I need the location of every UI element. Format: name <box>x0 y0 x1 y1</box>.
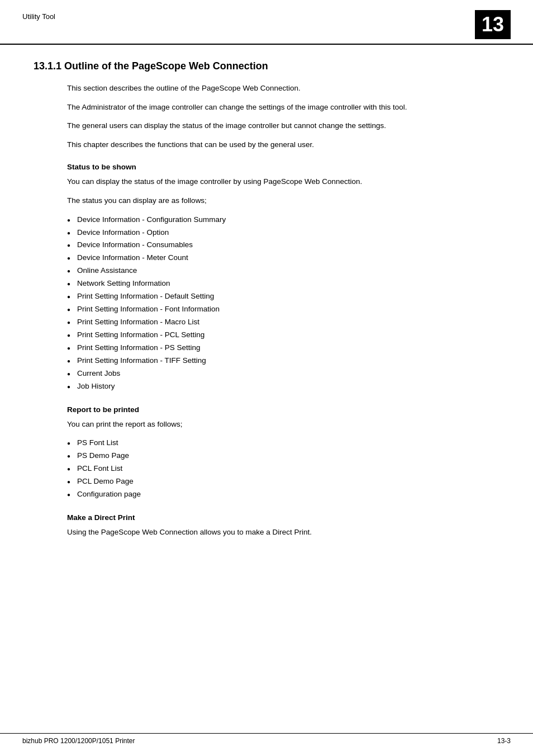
page-footer: bizhub PRO 1200/1200P/1051 Printer 13-3 <box>0 733 533 745</box>
list-item: Device Information - Consumables <box>67 239 488 252</box>
status-intro: You can display the status of the image … <box>67 176 488 188</box>
main-content: 13.1.1 Outline of the PageScope Web Conn… <box>0 45 533 568</box>
list-item: Job History <box>67 380 488 393</box>
direct-print-heading: Make a Direct Print <box>67 513 488 522</box>
list-item: Print Setting Information - TIFF Setting <box>67 355 488 367</box>
list-item: PCL Demo Page <box>67 475 488 488</box>
report-list: PS Font ListPS Demo PagePCL Font ListPCL… <box>67 437 488 501</box>
list-item: Device Information - Meter Count <box>67 252 488 264</box>
section-title: 13.1.1 Outline of the PageScope Web Conn… <box>34 60 488 72</box>
list-item: Print Setting Information - Macro List <box>67 316 488 329</box>
list-item: Print Setting Information - PS Setting <box>67 342 488 355</box>
paragraph-1: This section describes the outline of th… <box>67 82 488 94</box>
footer-product: bizhub PRO 1200/1200P/1051 Printer <box>22 737 135 745</box>
status-list: Device Information - Configuration Summa… <box>67 214 488 393</box>
list-item: Online Assistance <box>67 264 488 277</box>
page-header: Utility Tool 13 <box>0 0 533 45</box>
direct-print-text: Using the PageScope Web Connection allow… <box>67 526 488 538</box>
list-item: Print Setting Information - Default Sett… <box>67 290 488 303</box>
paragraph-3: The general users can display the status… <box>67 120 488 132</box>
list-item: Device Information - Option <box>67 226 488 239</box>
list-item: Device Information - Configuration Summa… <box>67 214 488 226</box>
list-item: Configuration page <box>67 488 488 501</box>
section-heading: Outline of the PageScope Web Connection <box>64 60 268 72</box>
chapter-number: 13 <box>475 10 511 39</box>
list-item: PS Demo Page <box>67 450 488 462</box>
paragraph-2: The Administrator of the image controlle… <box>67 101 488 114</box>
status-heading: Status to be shown <box>67 163 488 171</box>
report-intro: You can print the report as follows; <box>67 418 488 431</box>
list-item: Current Jobs <box>67 367 488 380</box>
report-heading: Report to be printed <box>67 405 488 414</box>
list-item: PCL Font List <box>67 462 488 475</box>
list-item: Print Setting Information - Font Informa… <box>67 303 488 316</box>
footer-page: 13-3 <box>497 737 511 745</box>
status-intro2: The status you can display are as follow… <box>67 195 488 207</box>
section-number: 13.1.1 <box>34 60 61 72</box>
list-item: PS Font List <box>67 437 488 450</box>
list-item: Network Setting Information <box>67 277 488 290</box>
list-item: Print Setting Information - PCL Setting <box>67 329 488 342</box>
header-label: Utility Tool <box>22 10 55 21</box>
paragraph-4: This chapter describes the functions tha… <box>67 139 488 151</box>
page: Utility Tool 13 13.1.1 Outline of the Pa… <box>0 0 533 756</box>
